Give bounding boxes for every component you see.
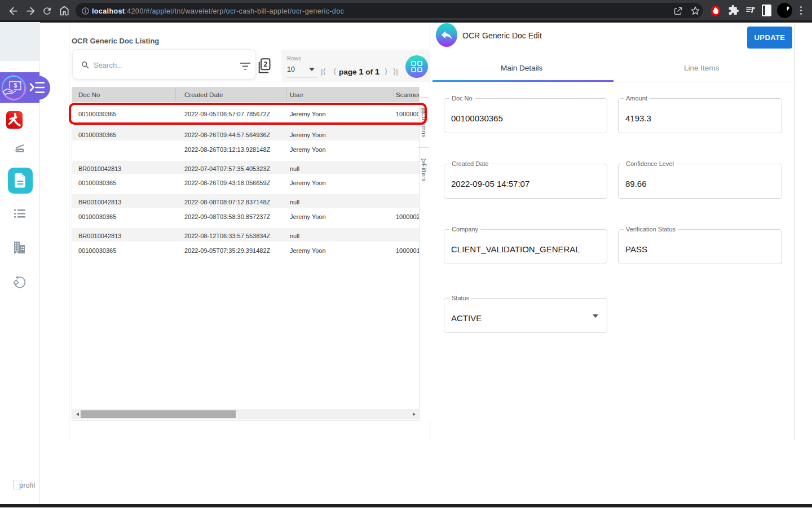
svg-text:$: $ bbox=[14, 82, 17, 89]
svg-text:2: 2 bbox=[263, 60, 267, 68]
